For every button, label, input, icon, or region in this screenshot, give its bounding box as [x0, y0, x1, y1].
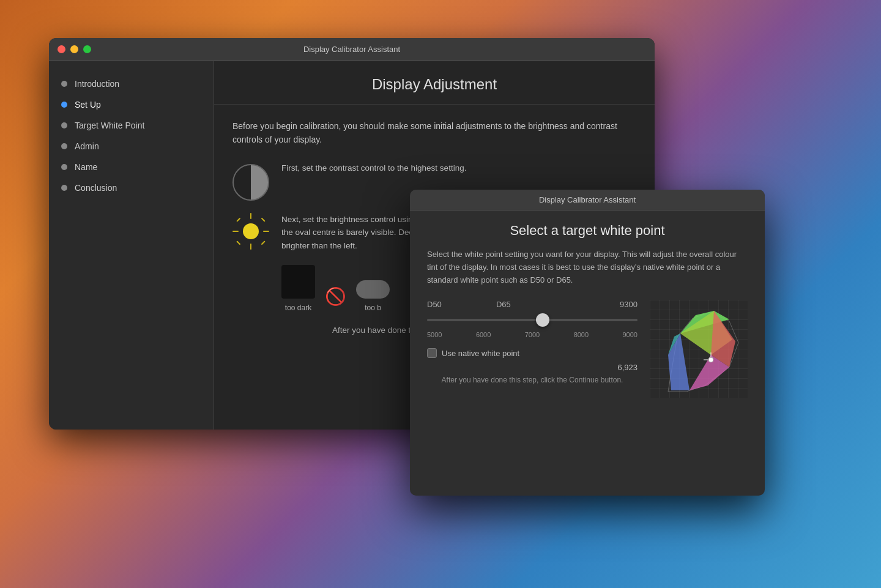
sun-icon	[232, 213, 269, 250]
sidebar-item-target-white-point[interactable]: Target White Point	[49, 115, 214, 136]
close-button[interactable]	[58, 45, 65, 53]
sidebar-item-admin[interactable]: Admin	[49, 136, 214, 157]
slider-label-9300: 9300	[620, 300, 638, 309]
contrast-text: First, set the contrast control to the h…	[281, 162, 636, 175]
slider-track-line	[427, 319, 638, 321]
sidebar-item-introduction[interactable]: Introduction	[49, 73, 214, 94]
svg-point-9	[708, 357, 713, 362]
sidebar-item-conclusion[interactable]: Conclusion	[49, 177, 214, 198]
sidebar: Introduction Set Up Target White Point A…	[49, 61, 214, 430]
checkbox-row: Use native white point	[427, 348, 638, 358]
checkbox-label: Use native white point	[442, 349, 519, 358]
contrast-icon	[232, 164, 269, 201]
slider-labels-bottom: 5000 6000 7000 8000 9000	[427, 331, 638, 338]
sidebar-label-conclusion: Conclusion	[75, 183, 117, 193]
sidebar-label-admin: Admin	[75, 141, 99, 151]
overlay-window-title: Display Calibrator Assistant	[539, 195, 636, 204]
slider-label-d50: D50	[427, 300, 442, 309]
sample-label-dark: too dark	[285, 302, 311, 314]
tick-8000: 8000	[574, 331, 589, 338]
overlay-heading: Select a target white point	[427, 223, 748, 239]
native-white-point-checkbox[interactable]	[427, 348, 437, 358]
sample-label-bright: too b	[365, 302, 381, 314]
sample-too-dark: too dark	[281, 265, 315, 314]
slider-track[interactable]	[427, 314, 638, 326]
nav-dot-target	[61, 122, 67, 128]
cie-diagram	[650, 300, 748, 400]
sidebar-label-target: Target White Point	[75, 121, 144, 130]
slider-area: D50 D65 9300 5000 6000 7000 8000 9000	[427, 300, 748, 400]
sidebar-item-setup[interactable]: Set Up	[49, 94, 214, 115]
slider-section: D50 D65 9300 5000 6000 7000 8000 9000	[427, 300, 638, 400]
sidebar-label-introduction: Introduction	[75, 79, 119, 89]
sample-box-dark	[281, 265, 315, 299]
value-display: 6,923	[427, 363, 638, 372]
tick-9000: 9000	[623, 331, 638, 338]
sidebar-label-name: Name	[75, 162, 97, 172]
nav-dot-conclusion	[61, 185, 67, 191]
nav-dot-admin	[61, 143, 67, 149]
main-window-title: Display Calibrator Assistant	[303, 45, 400, 54]
slider-thumb[interactable]	[536, 313, 549, 327]
nav-dot-name	[61, 164, 67, 170]
overlay-window: Display Calibrator Assistant Select a ta…	[410, 190, 765, 496]
overlay-title-bar: Display Calibrator Assistant	[410, 190, 765, 210]
maximize-button[interactable]	[83, 45, 91, 53]
intro-text: Before you begin calibration, you should…	[232, 119, 636, 147]
sidebar-item-name[interactable]: Name	[49, 157, 214, 177]
main-title-bar: Display Calibrator Assistant	[49, 38, 655, 61]
no-icon: 🚫	[325, 280, 346, 314]
slider-labels-top: D50 D65 9300	[427, 300, 638, 309]
tick-5000: 5000	[427, 331, 442, 338]
toggle-switch[interactable]	[356, 280, 390, 299]
sidebar-label-setup: Set Up	[75, 100, 101, 110]
traffic-lights	[58, 45, 91, 53]
overlay-description: Select the white point setting you want …	[427, 248, 748, 286]
nav-dot-setup	[61, 102, 67, 108]
page-title: Display Adjustment	[214, 61, 655, 105]
tick-7000: 7000	[525, 331, 540, 338]
minimize-button[interactable]	[70, 45, 78, 53]
nav-dot-introduction	[61, 81, 67, 87]
overlay-footer-text: After you have done this step, click the…	[427, 376, 638, 384]
tick-6000: 6000	[476, 331, 491, 338]
sample-too-bright: too b	[356, 273, 390, 314]
slider-label-d65: D65	[496, 300, 511, 309]
overlay-body: Select a target white point Select the w…	[410, 210, 765, 412]
